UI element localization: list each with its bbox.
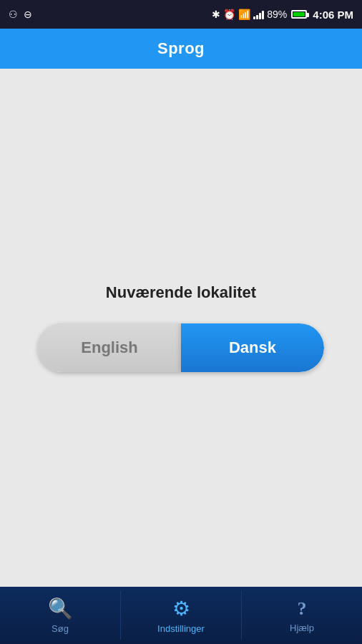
status-time: 4:06 PM [313,9,353,21]
main-content: Nuværende lokalitet English Dansk [0,69,362,587]
usb-icon: ⚇ [9,9,18,20]
nav-label-help: Hjælp [290,623,314,633]
toggle-english[interactable]: English [38,323,181,372]
wifi-icon: 📶 [238,9,250,20]
status-left-icons: ⚇ ⊖ [9,9,32,20]
bluetooth-icon: ✱ [212,9,220,20]
language-toggle[interactable]: English Dansk [38,323,324,372]
nav-label-search: Søg [52,623,69,634]
app-bar: Sprog [0,29,362,69]
status-bar: ⚇ ⊖ ✱ ⏰ 📶 89% 4:06 PM [0,0,362,29]
nav-item-settings[interactable]: ⚙ Indstillinger [121,591,242,640]
nav-label-settings: Indstillinger [157,623,205,634]
bottom-nav: 🔍 Søg ⚙ Indstillinger ? Hjælp [0,587,362,644]
nav-item-search[interactable]: 🔍 Søg [0,591,121,640]
alarm-icon: ⏰ [223,9,235,20]
toggle-english-label: English [81,338,137,357]
nav-item-help[interactable]: ? Hjælp [242,592,362,639]
toggle-dansk[interactable]: Dansk [181,323,324,372]
search-icon: 🔍 [48,597,73,620]
section-label: Nuværende lokalitet [106,283,256,302]
minus-circle-icon: ⊖ [24,9,32,20]
app-bar-title: Sprog [157,39,205,58]
help-icon: ? [298,598,307,620]
status-right-icons: ✱ ⏰ 📶 89% 4:06 PM [212,9,353,21]
battery-percent: 89% [267,9,287,20]
signal-icon [253,9,264,19]
toggle-dansk-label: Dansk [229,338,276,357]
gear-icon: ⚙ [172,597,190,620]
battery-icon [291,10,307,19]
